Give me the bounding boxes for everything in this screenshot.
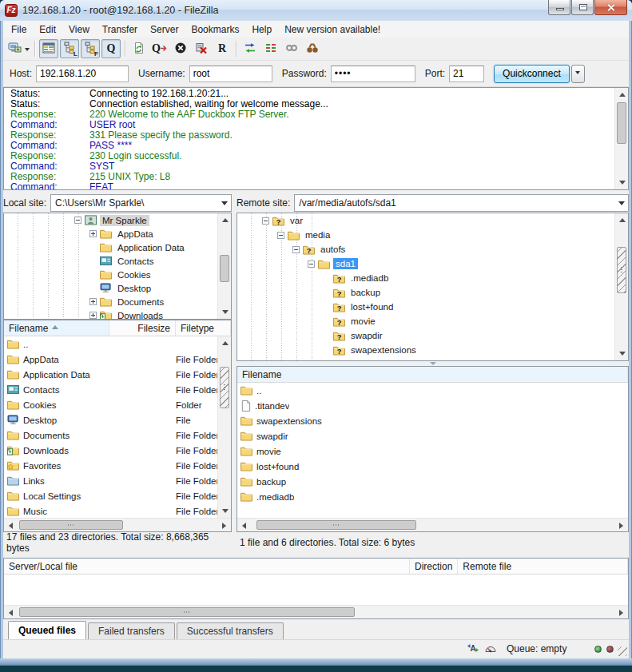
file-row-movie[interactable]: movie [237,443,628,459]
local-site-combobox[interactable]: C:\Users\Mr Sparkle\ [50,194,232,212]
file-row-Links[interactable]: LinksFile Folder [4,473,231,488]
tree-item--mediadb[interactable]: ?.mediadb [237,271,628,285]
tree-item-mr-sparkle[interactable]: Mr Sparkle [4,213,231,227]
menu-item-help[interactable]: Help [245,22,278,37]
reconnect-button[interactable]: R [213,39,232,58]
log-scrollbar[interactable] [614,88,628,189]
file-row-AppData[interactable]: AppDataFile Folder [4,352,231,367]
column-header-direction[interactable]: Direction [410,559,458,574]
chevron-down-icon[interactable] [221,201,228,209]
column-header-filename[interactable]: Filename [237,367,628,382]
local-list-scrollbar[interactable] [217,336,231,518]
expand-icon[interactable] [89,230,97,237]
column-header-filetype[interactable]: Filetype [176,320,231,336]
collapse-icon[interactable] [308,260,315,268]
file-row-Downloads[interactable]: DownloadsFile Folder [4,443,231,458]
local-list-hscrollbar[interactable] [4,518,231,531]
column-header-server-local-file[interactable]: Server/Local file [4,559,410,574]
password-input[interactable] [331,66,415,82]
file-row--[interactable]: .. [4,336,231,352]
menu-item-server[interactable]: Server [144,22,185,37]
refresh-button[interactable] [129,39,149,58]
tree-item-var[interactable]: ?var [237,213,628,228]
remote-site-combobox[interactable]: /var/media/autofs/sda1 [294,194,629,212]
column-header-filesize[interactable]: Filesize [109,320,176,336]
tree-item-movie[interactable]: ?movie [237,314,628,328]
close-button[interactable] [594,0,627,15]
host-input[interactable] [36,66,129,82]
minimize-button[interactable] [548,0,570,15]
local-tree-scrollbar[interactable] [217,213,231,319]
directory-comparison-button[interactable] [240,39,260,58]
file-row-Favorites[interactable]: FavoritesFile Folder [4,458,231,473]
toggle-queue-button[interactable]: Q [101,39,121,58]
process-queue-button[interactable]: Q [150,39,169,58]
menu-item-view[interactable]: View [62,22,96,37]
collapse-icon[interactable] [262,217,269,225]
menu-item-transfer[interactable]: Transfer [96,22,144,37]
tree-item-media[interactable]: media [237,228,628,242]
cancel-button[interactable] [171,39,190,58]
tree-item-swapextensions[interactable]: ?swapextensions [237,343,628,357]
tree-item-desktop[interactable]: Desktop [4,281,231,295]
tab-failed-transfers[interactable]: Failed transfers [88,622,175,639]
tree-item-backup[interactable]: ?backup [237,285,628,300]
remote-tree-scrollbar[interactable] [614,213,628,360]
scroll-down-icon[interactable] [615,176,629,189]
tree-item-application-data[interactable]: Application Data [4,241,231,254]
expand-icon[interactable] [89,298,97,305]
tree-item-swapdir[interactable]: ?swapdir [237,328,628,343]
tree-item-contacts[interactable]: Contacts [4,254,231,268]
queue-hscrollbar[interactable] [4,605,628,618]
tree-item-lost-found[interactable]: ?lost+found [237,300,628,314]
remote-list-hscrollbar[interactable] [237,518,628,531]
tab-queued-files[interactable]: Queued files [8,621,86,639]
maximize-button[interactable] [571,0,594,15]
expand-icon[interactable] [89,312,97,319]
column-header-remote-file[interactable]: Remote file [458,559,628,574]
menu-item-file[interactable]: File [5,22,33,37]
menu-item-new-version-available-[interactable]: New version available! [278,22,387,37]
toggle-local-tree-button[interactable]: L [60,39,79,58]
file-row--titandev[interactable]: .titandev [237,398,628,413]
menu-item-bookmarks[interactable]: Bookmarks [185,22,245,37]
log-scrollbar-thumb[interactable] [617,102,626,144]
tree-item-sda1[interactable]: sda1 [237,256,628,271]
file-row-swapextensions[interactable]: swapextensions [237,413,628,428]
tree-item-documents[interactable]: Documents [4,295,231,308]
file-row-Desktop[interactable]: DesktopFile [4,412,231,427]
file-row-Documents[interactable]: DocumentsFile Folder [4,427,231,443]
transfer-type-icon[interactable]: A [467,642,479,656]
file-row-Cookies[interactable]: CookiesFolder [4,397,231,412]
file-row-Contacts[interactable]: ContactsFile Folder [4,382,231,397]
file-row--mediadb[interactable]: .mediadb [237,489,628,504]
tree-item-autofs[interactable]: ?autofs [237,242,628,256]
tab-successful-transfers[interactable]: Successful transfers [177,622,284,639]
collapse-icon[interactable] [277,232,284,239]
filter-button[interactable] [261,39,280,58]
toggle-remote-tree-button[interactable]: F [81,39,100,58]
tree-item-appdata[interactable]: AppData [4,227,231,241]
file-row-swapdir[interactable]: swapdir [237,428,628,443]
toggle-message-log-button[interactable] [39,39,58,58]
titlebar[interactable]: Fz 192.168.1.20 - root@192.168.1.20 - Fi… [0,0,632,21]
quickconnect-dropdown-button[interactable] [571,65,585,83]
site-manager-button[interactable] [7,39,30,58]
tree-item-downloads[interactable]: Downloads [4,308,231,320]
chevron-down-icon[interactable] [618,201,625,209]
resize-grip[interactable] [618,646,627,656]
scroll-up-icon[interactable] [615,88,629,101]
disconnect-button[interactable] [192,39,211,58]
collapse-icon[interactable] [74,217,81,224]
file-row-Music[interactable]: MusicFile Folder [4,503,231,518]
search-button[interactable] [303,39,322,58]
file-row-backup[interactable]: backup [237,474,628,489]
synchronized-browsing-button[interactable] [282,39,301,58]
speed-limit-icon[interactable] [484,642,497,656]
collapse-icon[interactable] [292,246,300,253]
username-input[interactable] [189,66,272,82]
tree-item-cookies[interactable]: Cookies [4,268,231,281]
file-row-Application-Data[interactable]: Application DataFile Folder [4,367,231,382]
menu-item-edit[interactable]: Edit [33,22,62,37]
file-row--[interactable]: .. [237,383,628,398]
